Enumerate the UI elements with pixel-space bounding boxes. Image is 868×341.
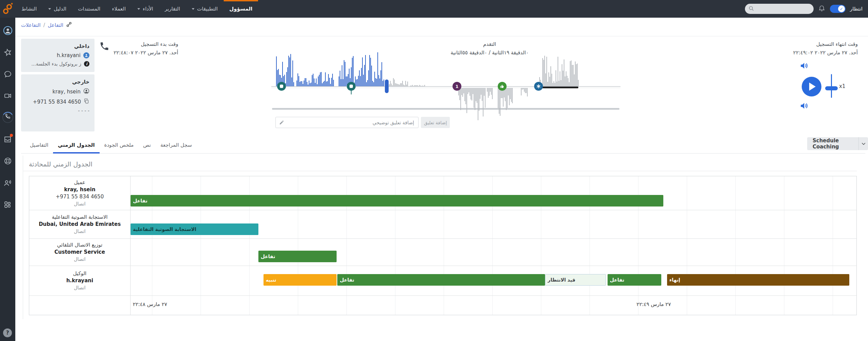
speed-slider-track[interactable] <box>831 74 832 98</box>
nav-item[interactable]: الدليل <box>42 0 72 18</box>
volume-up-icon[interactable] <box>800 61 809 70</box>
waveform-bar <box>508 88 509 95</box>
nav-item[interactable]: المسؤول <box>224 0 258 18</box>
nav-item[interactable]: النشاط <box>16 0 42 18</box>
waveform-playhead[interactable] <box>385 79 389 93</box>
waveform-bar <box>527 88 528 96</box>
inbox-tray-icon[interactable] <box>0 128 15 150</box>
waveform-bar <box>417 85 418 86</box>
waveform-bar <box>375 78 376 86</box>
nav-item-label: الدليل <box>54 6 66 12</box>
waveform-bar <box>411 86 412 86</box>
tab-1[interactable]: الجدول الزمني <box>53 137 100 154</box>
waveform-bar <box>328 74 329 86</box>
waveform-bar <box>554 81 554 86</box>
external-extra-fields: - - - - <box>78 108 89 113</box>
waveform-bar <box>526 88 527 93</box>
timeline-bar-ivr[interactable]: الاستجابة الصوتية التفاعلية <box>131 223 258 235</box>
waveform-bar <box>289 57 290 86</box>
global-search[interactable] <box>745 4 814 14</box>
waveform-bar <box>324 81 325 86</box>
chat-bubble-icon[interactable] <box>0 63 15 85</box>
waveform-bar <box>353 56 354 86</box>
waveform-bar <box>290 54 291 86</box>
waveform-bar <box>391 84 392 86</box>
nav-item[interactable]: التقارير <box>159 0 186 18</box>
waveform-bar <box>510 88 511 99</box>
waveform-bar <box>344 60 344 86</box>
timeline-bar-wrapup[interactable]: إنهاء <box>667 274 849 286</box>
waveform-bar <box>487 88 488 92</box>
waveform-bar <box>503 88 504 107</box>
schedule-coaching-button[interactable]: Schedule Coaching <box>807 137 868 150</box>
volume-down-icon[interactable] <box>800 101 809 110</box>
nav-item[interactable]: العملاء <box>106 0 132 18</box>
left-sidebar <box>0 18 15 341</box>
timeline-bar-hold[interactable]: قيد الانتظار <box>545 274 606 286</box>
notifications-bell-icon[interactable] <box>818 4 826 13</box>
waveform-bar <box>549 77 550 86</box>
support-ring-icon[interactable] <box>0 150 15 172</box>
panel-left-edge <box>23 156 23 319</box>
waveform-bar <box>572 65 573 86</box>
row-label-line: Dubai, United Arab Emirates <box>39 221 121 228</box>
waveform-bar <box>561 80 561 86</box>
tab-4[interactable]: سجل المراجعة <box>156 137 197 154</box>
asterisk-marker-icon[interactable] <box>534 82 543 91</box>
annotation-marker-icon[interactable] <box>277 82 286 91</box>
waveform-bar <box>576 64 577 86</box>
waveform-bar <box>404 85 405 86</box>
app-logo-icon[interactable] <box>0 0 16 18</box>
internal-user-name: h.krayani <box>57 52 81 58</box>
waveform-bar <box>401 83 402 86</box>
waveform-bar <box>416 85 417 86</box>
waveform-bar <box>322 83 323 86</box>
waveform-bar <box>396 84 397 86</box>
timeline-bar-interact[interactable]: تفاعل <box>131 195 663 207</box>
tab-2[interactable]: ملخص الجودة <box>100 137 139 154</box>
breadcrumb-current[interactable]: التفاعل <box>48 22 64 28</box>
timeline-bar-alert[interactable]: تنبيه <box>263 274 337 286</box>
phone-call-icon[interactable] <box>0 107 15 128</box>
profile-avatar-icon[interactable] <box>0 20 15 41</box>
waveform-annotation-region[interactable] <box>542 87 578 88</box>
row-label-cell: الوكيلh.krayaniاتصال <box>29 266 131 295</box>
annotation-marker-icon[interactable] <box>347 82 356 91</box>
tab-3[interactable]: نص <box>138 137 156 154</box>
timeline-bar-interact[interactable]: تفاعل <box>608 274 661 286</box>
status-toggle[interactable]: ✓ <box>830 5 846 13</box>
chevron-down-icon[interactable] <box>859 137 868 150</box>
recording-end-label: وقت انتهاء التسجيل <box>756 41 858 47</box>
play-button[interactable] <box>802 77 821 96</box>
thumbs-up-marker-icon[interactable] <box>498 82 507 91</box>
search-input[interactable] <box>756 6 816 12</box>
row-timeline-cell: الاستجابة الصوتية التفاعلية <box>131 210 856 238</box>
nav-item[interactable]: التطبيقات <box>186 0 224 18</box>
row-timeline-cell: تفاعل <box>131 239 856 266</box>
breadcrumb-parent[interactable]: التفاعلات <box>21 22 40 28</box>
info-icon[interactable]: i <box>84 61 89 67</box>
waveform-bar <box>371 66 372 86</box>
timeline-bar-interact[interactable]: تفاعل <box>337 274 545 286</box>
speed-slider-handle[interactable] <box>825 86 838 90</box>
help-button[interactable]: ? <box>3 328 12 337</box>
waveform-bar <box>392 85 393 86</box>
waveform-bar <box>402 81 403 86</box>
apps-grid-icon[interactable] <box>0 194 15 215</box>
waveform-bar <box>366 82 367 86</box>
waveform-bar <box>464 88 465 101</box>
timeline-bar-interact[interactable]: تفاعل <box>258 251 337 262</box>
waveform-bar <box>343 79 343 86</box>
nav-item[interactable]: المستندات <box>72 0 106 18</box>
favorites-star-icon[interactable] <box>0 41 15 63</box>
tab-0[interactable]: التفاصيل <box>25 137 53 154</box>
agent-voice-icon[interactable] <box>0 172 15 194</box>
video-camera-icon[interactable] <box>0 85 15 107</box>
numbered-marker[interactable]: 1 <box>453 82 461 91</box>
copy-icon[interactable] <box>84 98 89 105</box>
audio-waveform[interactable]: 1 <box>271 44 620 124</box>
waveform-bar <box>419 85 420 86</box>
nav-item[interactable]: الأداء <box>132 0 159 18</box>
waveform-bar <box>331 78 332 86</box>
row-label-line: اتصال <box>74 201 85 207</box>
